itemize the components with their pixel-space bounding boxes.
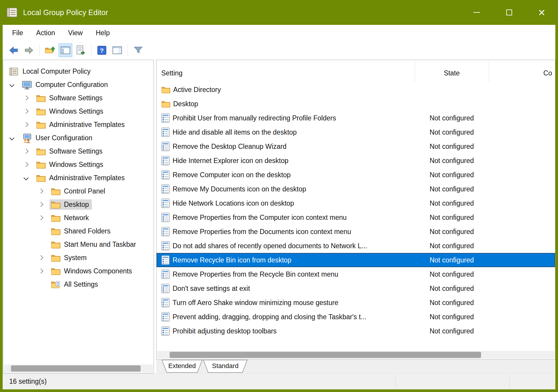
status-bar: 16 setting(s) bbox=[3, 373, 555, 389]
chevron-down-icon[interactable] bbox=[8, 78, 20, 91]
chevron-right-icon[interactable] bbox=[22, 118, 35, 131]
setting-name: Remove Computer icon on the desktop bbox=[173, 171, 415, 179]
folder-icon bbox=[36, 161, 46, 169]
chevron-right-icon[interactable] bbox=[22, 105, 35, 118]
help-button[interactable] bbox=[95, 43, 109, 57]
list-item[interactable]: Hide Network Locations icon on desktop N… bbox=[157, 196, 555, 210]
tree-item-system[interactable]: System bbox=[3, 251, 154, 264]
forward-button[interactable] bbox=[22, 43, 36, 57]
folder-icon bbox=[51, 254, 60, 262]
console-tree: Local Computer Policy Computer Configura… bbox=[3, 60, 154, 291]
chevron-placeholder bbox=[37, 225, 49, 238]
chevron-right-icon[interactable] bbox=[37, 211, 49, 225]
state-value: Not configured bbox=[415, 242, 489, 250]
chevron-placeholder bbox=[37, 238, 49, 251]
list-item[interactable]: Do not add shares of recently opened doc… bbox=[157, 239, 555, 253]
policy-icon bbox=[161, 128, 170, 137]
tree-item-label: Control Panel bbox=[64, 187, 105, 195]
chevron-right-icon[interactable] bbox=[37, 264, 49, 278]
main-area: Local Computer Policy Computer Configura… bbox=[3, 60, 555, 373]
menu-item-view[interactable]: View bbox=[62, 27, 89, 39]
tree-item-label: Administrative Templates bbox=[49, 174, 125, 182]
column-header-state[interactable]: State bbox=[415, 69, 489, 77]
column-divider[interactable] bbox=[415, 61, 415, 82]
setting-name: Prohibit adjusting desktop toolbars bbox=[173, 327, 415, 335]
menu-item-action[interactable]: Action bbox=[30, 27, 62, 39]
list-item[interactable]: Remove Properties from the Recycle Bin c… bbox=[157, 267, 555, 281]
console-tree-icon bbox=[60, 45, 71, 56]
list-item[interactable]: Hide Internet Explorer icon on desktop N… bbox=[157, 154, 555, 168]
setting-name: Prevent adding, dragging, dropping and c… bbox=[173, 313, 415, 321]
tree-item-windows-settings-computer[interactable]: Windows Settings bbox=[3, 105, 154, 118]
tree-item-computer-configuration[interactable]: Computer Configuration bbox=[3, 78, 154, 91]
tree-item-windows-components[interactable]: Windows Components bbox=[3, 264, 154, 278]
tree-item-software-settings-computer[interactable]: Software Settings bbox=[3, 91, 154, 105]
tree-item-control-panel[interactable]: Control Panel bbox=[3, 185, 154, 198]
list-item[interactable]: Hide and disable all items on the deskto… bbox=[157, 125, 555, 139]
chevron-right-icon[interactable] bbox=[37, 251, 49, 264]
list-item-selected[interactable]: Remove Recycle Bin icon from desktop Not… bbox=[157, 253, 555, 267]
chevron-right-icon[interactable] bbox=[22, 145, 35, 158]
list-item[interactable]: Don't save settings at exit Not configur… bbox=[157, 281, 555, 296]
list-item[interactable]: Remove Properties from the Documents ico… bbox=[157, 225, 555, 239]
list-item[interactable]: Remove the Desktop Cleanup Wizard Not co… bbox=[157, 139, 555, 154]
tree-item-administrative-templates-user[interactable]: Administrative Templates bbox=[3, 171, 154, 185]
minimize-button[interactable] bbox=[460, 0, 493, 25]
show-console-tree-button[interactable] bbox=[59, 43, 72, 57]
chevron-right-icon[interactable] bbox=[37, 198, 49, 211]
column-divider[interactable] bbox=[489, 61, 489, 82]
close-button[interactable] bbox=[525, 0, 558, 25]
list-item[interactable]: Prohibit adjusting desktop toolbars Not … bbox=[157, 324, 555, 338]
tree-item-label: Windows Components bbox=[64, 267, 132, 275]
column-header-comment[interactable]: Co bbox=[489, 69, 555, 77]
list-item[interactable]: Prohibit User from manually redirecting … bbox=[157, 111, 555, 125]
tree-item-user-configuration[interactable]: User Configuration bbox=[3, 131, 154, 145]
list-item[interactable]: Prevent adding, dragging, dropping and c… bbox=[157, 310, 555, 324]
title-bar[interactable]: Local Group Policy Editor bbox=[0, 0, 558, 25]
tree-item-software-settings-user[interactable]: Software Settings bbox=[3, 145, 154, 158]
list-item[interactable]: Active Directory bbox=[157, 83, 555, 97]
chevron-right-icon[interactable] bbox=[22, 91, 35, 105]
tree-item-windows-settings-user[interactable]: Windows Settings bbox=[3, 158, 154, 171]
filter-button[interactable] bbox=[131, 43, 145, 57]
column-header-setting[interactable]: Setting bbox=[157, 69, 415, 77]
chevron-down-icon[interactable] bbox=[22, 171, 35, 185]
list-item[interactable]: Turn off Aero Shake window minimizing mo… bbox=[157, 296, 555, 310]
menu-item-help[interactable]: Help bbox=[89, 27, 116, 39]
state-value: Not configured bbox=[415, 313, 489, 321]
tree-item-local-computer-policy[interactable]: Local Computer Policy bbox=[3, 65, 154, 78]
tree-item-shared-folders[interactable]: Shared Folders bbox=[3, 225, 154, 238]
setting-name: Remove the Desktop Cleanup Wizard bbox=[173, 143, 415, 151]
horizontal-scrollbar[interactable] bbox=[157, 351, 554, 359]
state-value: Not configured bbox=[415, 270, 489, 278]
setting-name: Hide Network Locations icon on desktop bbox=[173, 199, 415, 207]
list-item[interactable]: Remove My Documents icon on the desktop … bbox=[157, 182, 555, 196]
tab-standard[interactable]: Standard bbox=[203, 360, 247, 373]
back-button[interactable] bbox=[7, 43, 20, 57]
menu-item-file[interactable]: File bbox=[6, 27, 30, 39]
tree-item-desktop[interactable]: Desktop bbox=[3, 198, 154, 211]
tree-item-network[interactable]: Network bbox=[3, 211, 154, 225]
policy-icon bbox=[161, 184, 170, 194]
folder-icon bbox=[36, 147, 46, 155]
up-one-level-button[interactable] bbox=[43, 43, 57, 57]
horizontal-scrollbar[interactable] bbox=[4, 364, 153, 372]
folder-icon bbox=[36, 174, 46, 182]
list-item[interactable]: Remove Computer icon on the desktop Not … bbox=[157, 168, 555, 182]
tree-item-all-settings[interactable]: All Settings bbox=[3, 278, 154, 291]
tree-item-label: Windows Settings bbox=[49, 161, 103, 169]
show-action-pane-button[interactable] bbox=[110, 43, 124, 57]
scrollbar-thumb[interactable] bbox=[170, 352, 481, 358]
export-list-button[interactable] bbox=[74, 43, 88, 57]
chevron-right-icon[interactable] bbox=[22, 158, 35, 171]
list-item[interactable]: Remove Properties from the Computer icon… bbox=[157, 210, 555, 225]
tab-extended[interactable]: Extended bbox=[162, 360, 202, 373]
maximize-button[interactable] bbox=[493, 0, 525, 25]
chevron-right-icon[interactable] bbox=[37, 185, 49, 198]
scrollbar-thumb[interactable] bbox=[11, 365, 141, 372]
chevron-down-icon[interactable] bbox=[8, 131, 20, 145]
list-item[interactable]: Desktop bbox=[157, 97, 555, 111]
tree-item-administrative-templates-computer[interactable]: Administrative Templates bbox=[3, 118, 154, 131]
setting-name: Remove Properties from the Documents ico… bbox=[173, 228, 415, 236]
tree-item-start-menu-and-taskbar[interactable]: Start Menu and Taskbar bbox=[3, 238, 154, 251]
